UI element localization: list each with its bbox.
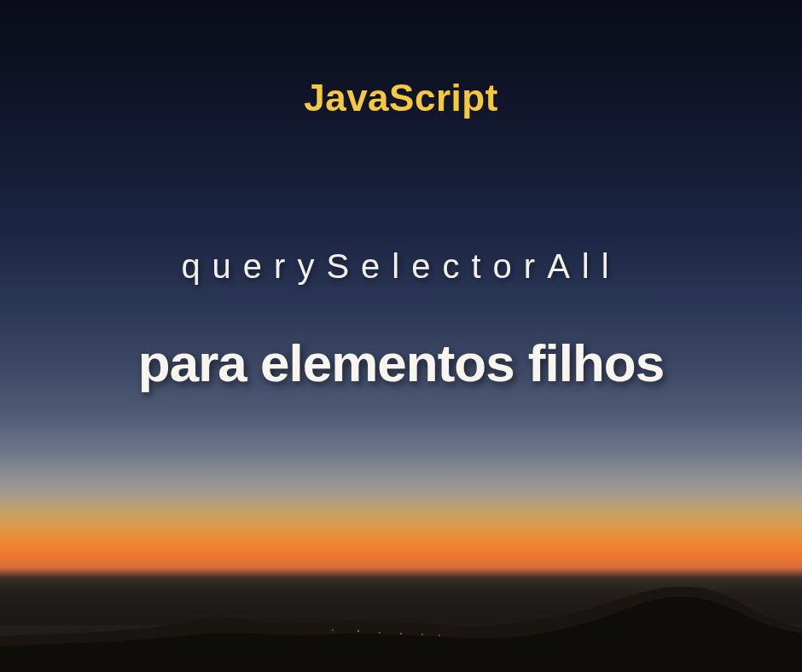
category-title: JavaScript [304,77,498,119]
description-text: para elementos filhos [138,333,664,393]
text-content-container: JavaScript querySelectorAll para element… [0,0,802,672]
topic-subtitle: querySelectorAll [181,247,620,286]
